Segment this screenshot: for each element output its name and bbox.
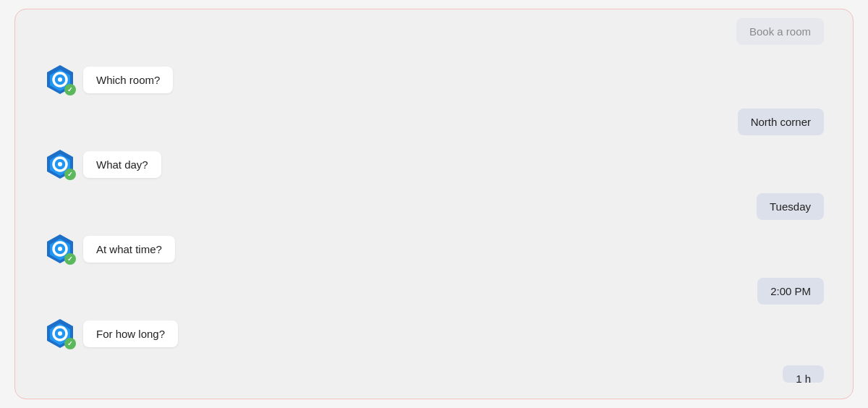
- check-badge-4: [64, 338, 76, 349]
- bot-avatar-3: [44, 233, 76, 265]
- message-row-1h: 1 h: [44, 365, 824, 383]
- message-row-tuesday: Tuesday: [44, 193, 824, 220]
- svg-point-7: [58, 162, 62, 166]
- user-bubble-2pm: 2:00 PM: [757, 278, 824, 305]
- user-bubble-book-room: Book a room: [736, 18, 824, 45]
- user-bubble-north-corner: North corner: [738, 109, 824, 135]
- chat-scroll[interactable]: Book a room Which room? Nor: [15, 9, 853, 399]
- message-row-book-room: Book a room: [44, 24, 824, 51]
- message-row-2pm: 2:00 PM: [44, 278, 824, 305]
- bot-bubble-which-room: Which room?: [83, 67, 173, 93]
- check-badge-3: [64, 253, 76, 265]
- bot-bubble-at-what-time: At what time?: [83, 236, 175, 263]
- check-badge-2: [64, 169, 76, 180]
- svg-point-15: [58, 331, 62, 336]
- message-row-what-day: What day?: [44, 148, 824, 180]
- message-row-which-room: Which room?: [44, 64, 824, 95]
- user-bubble-1h: 1 h: [783, 365, 824, 383]
- check-badge: [64, 84, 76, 95]
- bot-avatar: [44, 64, 76, 95]
- bot-avatar-4: [44, 318, 76, 349]
- svg-point-11: [58, 247, 62, 251]
- message-row-at-what-time: At what time?: [44, 233, 824, 265]
- chat-container: Book a room Which room? Nor: [14, 9, 854, 399]
- bot-avatar-2: [44, 148, 76, 180]
- user-bubble-tuesday: Tuesday: [757, 193, 824, 220]
- bot-bubble-what-day: What day?: [83, 151, 161, 178]
- svg-point-3: [58, 77, 62, 82]
- bot-bubble-for-how-long: For how long?: [83, 320, 178, 347]
- message-row-for-how-long: For how long?: [44, 318, 824, 349]
- message-row-north-corner: North corner: [44, 109, 824, 135]
